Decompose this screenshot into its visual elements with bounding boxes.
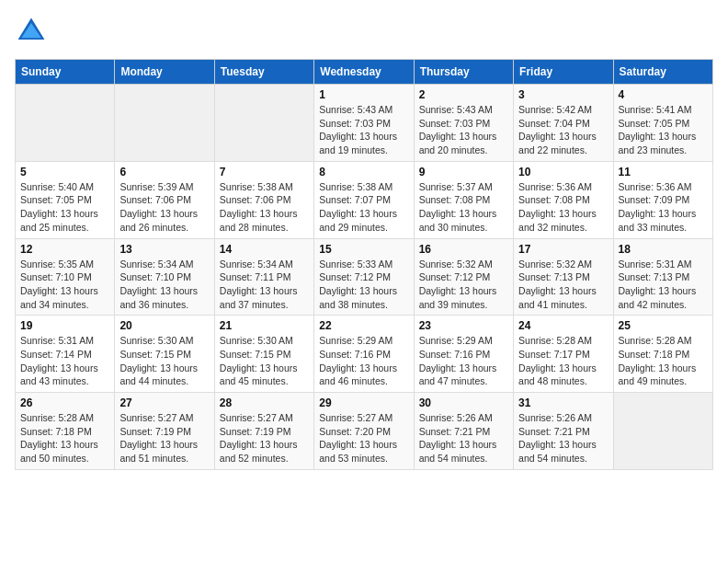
logo-icon [15,15,48,48]
day-number: 1 [319,88,408,101]
day-info: Sunrise: 5:27 AM Sunset: 7:19 PM Dayligh… [220,411,309,465]
day-info: Sunrise: 5:41 AM Sunset: 7:05 PM Dayligh… [619,103,708,157]
weekday-header: Wednesday [314,60,414,85]
calendar-cell: 16Sunrise: 5:32 AM Sunset: 7:12 PM Dayli… [414,238,513,316]
calendar-header-row: SundayMondayTuesdayWednesdayThursdayFrid… [16,60,713,85]
calendar-cell: 21Sunrise: 5:30 AM Sunset: 7:15 PM Dayli… [214,316,313,393]
logo [15,15,51,48]
day-info: Sunrise: 5:30 AM Sunset: 7:15 PM Dayligh… [119,334,209,388]
day-number: 27 [119,396,209,409]
day-number: 17 [518,243,608,256]
calendar-cell: 31Sunrise: 5:26 AM Sunset: 7:21 PM Dayli… [514,393,613,470]
calendar-cell [115,85,214,162]
day-number: 4 [619,88,708,101]
day-info: Sunrise: 5:32 AM Sunset: 7:13 PM Dayligh… [518,258,608,312]
calendar-week-row: 19Sunrise: 5:31 AM Sunset: 7:14 PM Dayli… [16,316,713,393]
day-info: Sunrise: 5:29 AM Sunset: 7:16 PM Dayligh… [419,334,508,388]
day-number: 16 [419,243,508,256]
calendar-cell: 15Sunrise: 5:33 AM Sunset: 7:12 PM Dayli… [314,238,414,316]
calendar-cell: 8Sunrise: 5:38 AM Sunset: 7:07 PM Daylig… [314,161,414,238]
day-number: 22 [319,319,408,332]
day-info: Sunrise: 5:39 AM Sunset: 7:06 PM Dayligh… [119,180,209,235]
day-number: 5 [20,166,109,178]
calendar-week-row: 26Sunrise: 5:28 AM Sunset: 7:18 PM Dayli… [16,393,713,470]
day-info: Sunrise: 5:43 AM Sunset: 7:03 PM Dayligh… [419,103,508,157]
day-number: 20 [119,319,209,332]
calendar-cell: 9Sunrise: 5:37 AM Sunset: 7:08 PM Daylig… [414,161,513,238]
day-info: Sunrise: 5:35 AM Sunset: 7:10 PM Dayligh… [20,258,109,312]
calendar-cell: 5Sunrise: 5:40 AM Sunset: 7:05 PM Daylig… [16,161,115,238]
day-number: 10 [518,166,608,178]
weekday-header: Tuesday [214,60,313,85]
day-info: Sunrise: 5:36 AM Sunset: 7:08 PM Dayligh… [518,180,608,235]
day-info: Sunrise: 5:38 AM Sunset: 7:06 PM Dayligh… [220,180,309,235]
day-info: Sunrise: 5:31 AM Sunset: 7:14 PM Dayligh… [20,334,109,388]
calendar-cell: 13Sunrise: 5:34 AM Sunset: 7:10 PM Dayli… [115,238,214,316]
weekday-header: Monday [115,60,214,85]
day-info: Sunrise: 5:28 AM Sunset: 7:18 PM Dayligh… [20,411,109,465]
calendar-cell: 28Sunrise: 5:27 AM Sunset: 7:19 PM Dayli… [214,393,313,470]
day-number: 6 [119,166,209,178]
day-number: 30 [419,396,508,409]
day-info: Sunrise: 5:28 AM Sunset: 7:17 PM Dayligh… [518,334,608,388]
day-info: Sunrise: 5:40 AM Sunset: 7:05 PM Dayligh… [20,180,109,235]
day-number: 12 [20,243,109,256]
calendar-body: 1Sunrise: 5:43 AM Sunset: 7:03 PM Daylig… [16,85,713,470]
day-number: 2 [419,88,508,101]
day-info: Sunrise: 5:27 AM Sunset: 7:19 PM Dayligh… [119,411,209,465]
calendar-cell: 12Sunrise: 5:35 AM Sunset: 7:10 PM Dayli… [16,238,115,316]
calendar-table: SundayMondayTuesdayWednesdayThursdayFrid… [15,59,713,470]
calendar-cell: 20Sunrise: 5:30 AM Sunset: 7:15 PM Dayli… [115,316,214,393]
calendar-week-row: 12Sunrise: 5:35 AM Sunset: 7:10 PM Dayli… [16,238,713,316]
weekday-header: Sunday [16,60,115,85]
calendar-cell: 24Sunrise: 5:28 AM Sunset: 7:17 PM Dayli… [514,316,613,393]
calendar-cell: 25Sunrise: 5:28 AM Sunset: 7:18 PM Dayli… [613,316,712,393]
day-number: 23 [419,319,508,332]
calendar-cell: 19Sunrise: 5:31 AM Sunset: 7:14 PM Dayli… [16,316,115,393]
day-number: 25 [619,319,708,332]
day-info: Sunrise: 5:42 AM Sunset: 7:04 PM Dayligh… [518,103,608,157]
calendar-cell: 18Sunrise: 5:31 AM Sunset: 7:13 PM Dayli… [613,238,712,316]
calendar-cell [16,85,115,162]
calendar-cell: 11Sunrise: 5:36 AM Sunset: 7:09 PM Dayli… [613,161,712,238]
day-number: 29 [319,396,408,409]
calendar-cell: 27Sunrise: 5:27 AM Sunset: 7:19 PM Dayli… [115,393,214,470]
weekday-header: Friday [514,60,613,85]
day-number: 14 [220,243,309,256]
calendar-cell: 3Sunrise: 5:42 AM Sunset: 7:04 PM Daylig… [514,85,613,162]
day-info: Sunrise: 5:31 AM Sunset: 7:13 PM Dayligh… [619,258,708,312]
calendar-cell [613,393,712,470]
day-number: 31 [518,396,608,409]
day-number: 21 [220,319,309,332]
calendar-cell: 30Sunrise: 5:26 AM Sunset: 7:21 PM Dayli… [414,393,513,470]
day-info: Sunrise: 5:26 AM Sunset: 7:21 PM Dayligh… [419,411,508,465]
day-info: Sunrise: 5:28 AM Sunset: 7:18 PM Dayligh… [619,334,708,388]
calendar-cell: 17Sunrise: 5:32 AM Sunset: 7:13 PM Dayli… [514,238,613,316]
page-header [15,15,713,48]
day-number: 13 [119,243,209,256]
calendar-cell: 29Sunrise: 5:27 AM Sunset: 7:20 PM Dayli… [314,393,414,470]
day-info: Sunrise: 5:29 AM Sunset: 7:16 PM Dayligh… [319,334,408,388]
day-number: 8 [319,166,408,178]
calendar-cell: 14Sunrise: 5:34 AM Sunset: 7:11 PM Dayli… [214,238,313,316]
day-number: 18 [619,243,708,256]
day-info: Sunrise: 5:27 AM Sunset: 7:20 PM Dayligh… [319,411,408,465]
day-number: 7 [220,166,309,178]
day-number: 15 [319,243,408,256]
day-number: 28 [220,396,309,409]
day-info: Sunrise: 5:34 AM Sunset: 7:10 PM Dayligh… [119,258,209,312]
day-number: 11 [619,166,708,178]
calendar-cell: 22Sunrise: 5:29 AM Sunset: 7:16 PM Dayli… [314,316,414,393]
calendar-cell: 23Sunrise: 5:29 AM Sunset: 7:16 PM Dayli… [414,316,513,393]
day-info: Sunrise: 5:26 AM Sunset: 7:21 PM Dayligh… [518,411,608,465]
day-info: Sunrise: 5:43 AM Sunset: 7:03 PM Dayligh… [319,103,408,157]
calendar-cell: 4Sunrise: 5:41 AM Sunset: 7:05 PM Daylig… [613,85,712,162]
calendar-cell [214,85,313,162]
day-info: Sunrise: 5:37 AM Sunset: 7:08 PM Dayligh… [419,180,508,235]
day-number: 19 [20,319,109,332]
calendar-cell: 2Sunrise: 5:43 AM Sunset: 7:03 PM Daylig… [414,85,513,162]
calendar-cell: 26Sunrise: 5:28 AM Sunset: 7:18 PM Dayli… [16,393,115,470]
weekday-header: Saturday [613,60,712,85]
calendar-cell: 6Sunrise: 5:39 AM Sunset: 7:06 PM Daylig… [115,161,214,238]
day-info: Sunrise: 5:30 AM Sunset: 7:15 PM Dayligh… [220,334,309,388]
